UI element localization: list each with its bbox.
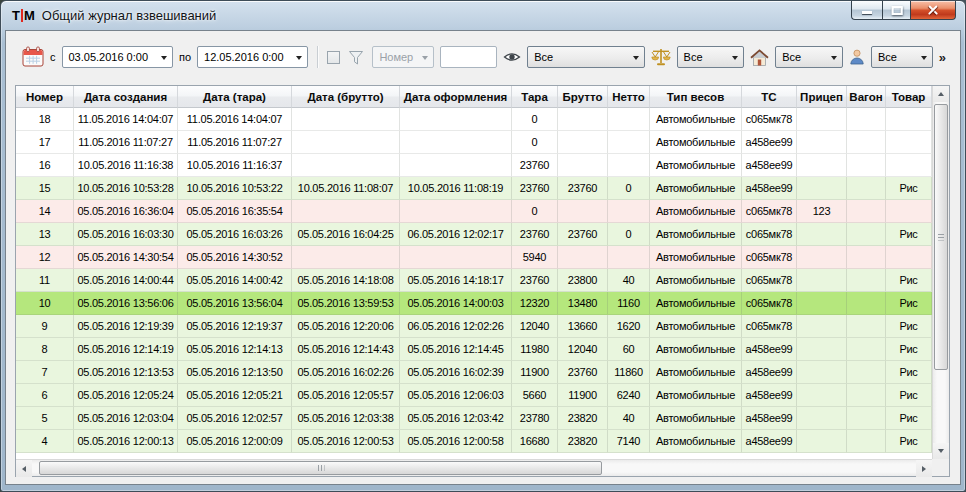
- table-cell: 10.05.2016 11:08:19: [400, 177, 512, 200]
- arrow-left-icon: [19, 466, 26, 472]
- column-header[interactable]: Дата (брутто): [292, 86, 400, 108]
- filter-checkbox[interactable]: [327, 51, 340, 64]
- table-cell: [608, 154, 650, 177]
- table-cell: Автомобильные: [650, 338, 742, 361]
- table-cell: [797, 131, 847, 154]
- table-cell: Автомобильные: [650, 131, 742, 154]
- column-header[interactable]: Вагон: [847, 86, 886, 108]
- table-row[interactable]: 1105.05.2016 14:00:4405.05.2016 14:00:42…: [16, 269, 932, 292]
- table-cell: Рис: [886, 269, 932, 292]
- table-cell: 05.05.2016 16:02:26: [292, 361, 400, 384]
- table-cell: [847, 108, 886, 131]
- table-cell: 23800: [558, 269, 608, 292]
- vertical-scrollbar[interactable]: [932, 86, 949, 459]
- table-cell: 10.05.2016 10:53:28: [74, 177, 178, 200]
- column-header[interactable]: Брутто: [558, 86, 608, 108]
- table-cell: Рис: [886, 177, 932, 200]
- table-cell: 05.05.2016 14:00:44: [74, 269, 178, 292]
- table-row[interactable]: 1711.05.2016 11:07:2711.05.2016 11:07:27…: [16, 131, 932, 154]
- filter-text-input[interactable]: [440, 46, 497, 68]
- table-cell: [847, 246, 886, 269]
- table-cell: а458ее99: [742, 131, 797, 154]
- grid-header: НомерДата созданияДата (тара)Дата (брутт…: [16, 86, 932, 108]
- table-row[interactable]: 1005.05.2016 13:56:0605.05.2016 13:56:04…: [16, 292, 932, 315]
- table-row[interactable]: 1510.05.2016 10:53:2810.05.2016 10:53:22…: [16, 177, 932, 200]
- status-combobox[interactable]: Все: [527, 46, 644, 68]
- table-cell: [292, 200, 400, 223]
- table-cell: 60: [608, 338, 650, 361]
- table-row[interactable]: 905.05.2016 12:19:3905.05.2016 12:19:370…: [16, 315, 932, 338]
- eye-icon[interactable]: [503, 50, 521, 64]
- table-row[interactable]: 405.05.2016 12:00:1305.05.2016 12:00:090…: [16, 430, 932, 453]
- table-cell: [292, 108, 400, 131]
- table-cell: 05.05.2016 12:05:24: [74, 384, 178, 407]
- table-cell: [558, 108, 608, 131]
- table-row[interactable]: 1305.05.2016 16:03:3005.05.2016 16:03:26…: [16, 223, 932, 246]
- organization-combobox[interactable]: Все: [775, 46, 843, 68]
- maximize-button[interactable]: [882, 1, 911, 20]
- minimize-button[interactable]: [851, 1, 882, 20]
- column-header[interactable]: Дата (тара): [178, 86, 292, 108]
- table-cell: с065мк78: [742, 292, 797, 315]
- table-cell: Автомобильные: [650, 246, 742, 269]
- user-combobox[interactable]: Все: [871, 46, 933, 68]
- column-header[interactable]: Прицеп: [797, 86, 847, 108]
- table-cell: [847, 338, 886, 361]
- scales-combobox[interactable]: Все: [677, 46, 745, 68]
- table-cell: с065мк78: [742, 108, 797, 131]
- table-cell: [797, 246, 847, 269]
- vertical-scrollbar-thumb[interactable]: [934, 104, 948, 370]
- column-header[interactable]: Нетто: [608, 86, 650, 108]
- column-header[interactable]: Товар: [886, 86, 932, 108]
- scroll-down-button[interactable]: [933, 443, 949, 459]
- table-cell: 23820: [558, 407, 608, 430]
- table-cell: 7140: [608, 430, 650, 453]
- column-header[interactable]: ТС: [742, 86, 797, 108]
- table-cell: Автомобильные: [650, 384, 742, 407]
- table-row[interactable]: 1205.05.2016 14:30:5405.05.2016 14:30:52…: [16, 246, 932, 269]
- column-header[interactable]: Номер: [16, 86, 74, 108]
- toolbar-overflow-button[interactable]: »: [939, 50, 946, 65]
- table-cell: 0: [512, 108, 558, 131]
- column-header[interactable]: Дата оформления: [400, 86, 512, 108]
- filter-funnel-icon[interactable]: [346, 47, 366, 67]
- filter-field-combobox[interactable]: Номер: [372, 46, 434, 68]
- column-header[interactable]: Тип весов: [650, 86, 742, 108]
- table-cell: 10.05.2016 11:16:37: [178, 154, 292, 177]
- table-cell: [847, 154, 886, 177]
- table-cell: 5: [16, 407, 74, 430]
- table-cell: 05.05.2016 16:36:04: [74, 200, 178, 223]
- table-cell: 05.05.2016 12:19:39: [74, 315, 178, 338]
- table-row[interactable]: 1610.05.2016 11:16:3810.05.2016 11:16:37…: [16, 154, 932, 177]
- table-cell: 05.05.2016 16:35:54: [178, 200, 292, 223]
- table-cell: 13480: [558, 292, 608, 315]
- table-row[interactable]: 1405.05.2016 16:36:0405.05.2016 16:35:54…: [16, 200, 932, 223]
- scroll-up-button[interactable]: [933, 86, 949, 102]
- scroll-left-button[interactable]: [16, 460, 32, 477]
- close-button[interactable]: [911, 1, 956, 20]
- table-cell: 05.05.2016 12:05:21: [178, 384, 292, 407]
- table-cell: Автомобильные: [650, 108, 742, 131]
- date-from-value: 03.05.2016 0:00: [69, 51, 149, 63]
- table-row[interactable]: 805.05.2016 12:14:1905.05.2016 12:14:130…: [16, 338, 932, 361]
- window-title: Общий журнал взвешиваний: [42, 8, 217, 23]
- table-cell: [847, 177, 886, 200]
- table-row[interactable]: 1811.05.2016 14:04:0711.05.2016 14:04:07…: [16, 108, 932, 131]
- column-header[interactable]: Дата создания: [74, 86, 178, 108]
- date-to-combobox[interactable]: 12.05.2016 0:00: [197, 46, 308, 68]
- table-row[interactable]: 505.05.2016 12:03:0405.05.2016 12:02:570…: [16, 407, 932, 430]
- horizontal-scrollbar[interactable]: [16, 459, 932, 476]
- table-cell: а458ее99: [742, 407, 797, 430]
- horizontal-scrollbar-thumb[interactable]: [39, 461, 602, 475]
- table-cell: а458ее99: [742, 361, 797, 384]
- column-header[interactable]: Тара: [512, 86, 558, 108]
- table-cell: [847, 384, 886, 407]
- table-cell: [797, 108, 847, 131]
- scales-combobox-value: Все: [684, 51, 703, 63]
- arrow-right-icon: [922, 466, 929, 472]
- table-row[interactable]: 605.05.2016 12:05:2405.05.2016 12:05:210…: [16, 384, 932, 407]
- date-to-value: 12.05.2016 0:00: [204, 51, 284, 63]
- scroll-right-button[interactable]: [916, 460, 932, 477]
- table-row[interactable]: 705.05.2016 12:13:5305.05.2016 12:13:500…: [16, 361, 932, 384]
- date-from-combobox[interactable]: 03.05.2016 0:00: [62, 46, 173, 68]
